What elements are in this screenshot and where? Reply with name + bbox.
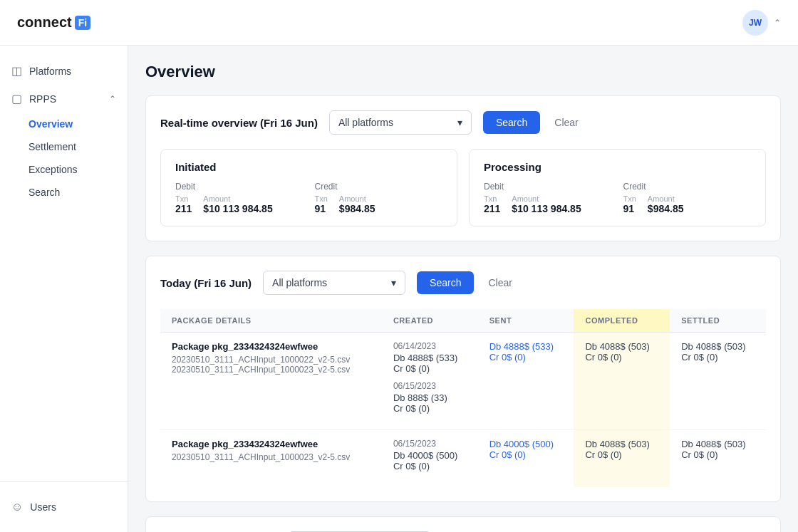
rpps-icon: ▢ bbox=[11, 92, 22, 105]
today-table: PACKAGE DETAILS CREATED SENT COMPLETED S… bbox=[160, 309, 766, 487]
realtime-search-button[interactable]: Search bbox=[483, 111, 540, 134]
processing-debit-txn: Txn 211 bbox=[484, 194, 500, 214]
sidebar-subitem-overview[interactable]: Overview bbox=[0, 113, 128, 135]
today-title: Today (Fri 16 Jun) bbox=[160, 277, 252, 289]
processing-card: Processing Debit Txn 211 Amount bbox=[469, 149, 766, 226]
initiated-debit-amount-value: $10 113 984.85 bbox=[203, 203, 272, 214]
row2-sent-cr[interactable]: Cr 0$ (0) bbox=[489, 449, 563, 460]
row2-pkg-name: Package pkg_2334324324ewfwee bbox=[172, 439, 370, 449]
initiated-debit-amount: Amount $10 113 984.85 bbox=[203, 194, 272, 214]
realtime-stats-grid: Initiated Debit Txn 211 Amount bbox=[160, 149, 766, 226]
rpps-subitems: Overview Settlement Exceptions Search bbox=[0, 113, 128, 204]
processing-debit: Debit Txn 211 Amount $10 113 984.85 bbox=[484, 182, 612, 214]
sidebar-bottom: ☺ Users bbox=[0, 481, 128, 521]
processing-credit-amount: Amount $984.85 bbox=[648, 194, 684, 214]
row2-created: 06/15/2023 Db 4000$ (500)Cr 0$ (0) bbox=[382, 430, 478, 488]
realtime-header: Real-time overview (Fri 16 Jun) All plat… bbox=[160, 110, 766, 135]
initiated-credit-txn-value: 91 bbox=[315, 203, 328, 214]
initiated-debit-sub: Txn 211 Amount $10 113 984.85 bbox=[175, 194, 304, 214]
initiated-debit-txn: Txn 211 bbox=[175, 194, 192, 214]
today-clear-button[interactable]: Clear bbox=[485, 271, 514, 294]
row2-settled-db: Db 4088$ (503) bbox=[681, 439, 755, 449]
row1-created-group2: 06/15/2023 Db 888$ (33)Cr 0$ (0) bbox=[393, 381, 467, 414]
row1-completed: Db 4088$ (503) Cr 0$ (0) bbox=[574, 333, 670, 430]
row2-settled-cr: Cr 0$ (0) bbox=[681, 449, 755, 460]
page-title: Overview bbox=[145, 63, 781, 81]
logo-text: connect bbox=[17, 14, 72, 31]
row1-completed-db: Db 4088$ (503) bbox=[585, 341, 658, 352]
realtime-clear-button[interactable]: Clear bbox=[551, 111, 581, 134]
processing-title: Processing bbox=[484, 161, 751, 173]
row1-pkg: Package pkg_2334324324ewfwee 20230510_31… bbox=[160, 333, 382, 430]
today-search-button[interactable]: Search bbox=[417, 271, 474, 294]
sidebar-item-label: Platforms bbox=[29, 66, 71, 77]
sidebar-item-platforms[interactable]: ◫ Platforms bbox=[0, 57, 128, 85]
col-header-sent: SENT bbox=[478, 309, 574, 333]
sidebar-subitem-search[interactable]: Search bbox=[0, 181, 128, 204]
sidebar-item-users[interactable]: ☺ Users bbox=[0, 494, 128, 521]
processing-row: Debit Txn 211 Amount $10 113 984.85 bbox=[484, 182, 751, 214]
sidebar-item-rpps[interactable]: ▢ RPPS ⌃ bbox=[0, 85, 128, 113]
initiated-credit-amount-value: $984.85 bbox=[339, 203, 375, 214]
processing-credit-amount-value: $984.85 bbox=[648, 203, 684, 214]
rpps-label: RPPS bbox=[29, 93, 56, 105]
row1-date2: 06/15/2023 bbox=[393, 381, 467, 391]
sidebar-subitem-exceptions[interactable]: Exceptions bbox=[0, 158, 128, 181]
row1-date1-vals: Db 4888$ (533)Cr 0$ (0) bbox=[393, 353, 467, 374]
realtime-dropdown-value: All platforms bbox=[338, 117, 393, 128]
logo-fi: Fi bbox=[75, 16, 90, 30]
row1-created: 06/14/2023 Db 4888$ (533)Cr 0$ (0) 06/15… bbox=[382, 333, 478, 430]
initiated-card: Initiated Debit Txn 211 Amount bbox=[160, 149, 457, 226]
realtime-section: Real-time overview (Fri 16 Jun) All plat… bbox=[145, 95, 781, 241]
processing-credit: Credit Txn 91 Amount $984.85 bbox=[623, 182, 752, 214]
processing-credit-sub: Txn 91 Amount $984.85 bbox=[623, 194, 752, 214]
row1-date2-vals: Db 888$ (33)Cr 0$ (0) bbox=[393, 392, 467, 414]
initiated-row: Debit Txn 211 Amount $10 113 984.85 bbox=[175, 182, 442, 214]
processing-credit-label: Credit bbox=[623, 182, 752, 192]
sidebar: ◫ Platforms ▢ RPPS ⌃ Overview Settlement… bbox=[0, 46, 128, 532]
row2-pkg-file1: 20230510_3111_ACHInput_1000023_v2-5.csv bbox=[172, 452, 370, 462]
today-header: Today (Fri 16 Jun) All platforms ▾ Searc… bbox=[160, 271, 766, 295]
today-section: Today (Fri 16 Jun) All platforms ▾ Searc… bbox=[145, 256, 781, 502]
col-header-settled: SETTLED bbox=[670, 309, 766, 333]
processing-debit-sub: Txn 211 Amount $10 113 984.85 bbox=[484, 194, 612, 214]
row2-completed-db: Db 4088$ (503) bbox=[585, 439, 658, 449]
platforms-icon: ◫ bbox=[11, 64, 22, 78]
row1-pkg-file1: 20230510_3111_ACHInput_1000022_v2-5.csv bbox=[172, 355, 370, 365]
initiated-debit-label: Debit bbox=[175, 182, 304, 192]
row2-completed: Db 4088$ (503) Cr 0$ (0) bbox=[574, 430, 670, 488]
realtime-dropdown-chevron: ▾ bbox=[457, 117, 462, 128]
initiated-credit-amount: Amount $984.85 bbox=[339, 194, 375, 214]
initiated-debit-txn-value: 211 bbox=[175, 203, 192, 214]
users-icon: ☺ bbox=[11, 501, 23, 513]
processing-debit-label: Debit bbox=[484, 182, 612, 192]
row1-pkg-name: Package pkg_2334324324ewfwee bbox=[172, 341, 370, 352]
row2-date1: 06/15/2023 bbox=[393, 439, 467, 449]
app-layout: ◫ Platforms ▢ RPPS ⌃ Overview Settlement… bbox=[0, 46, 798, 532]
yesterday-section: Yesterday (Thu 15 Jun) All platforms ▾ S… bbox=[145, 516, 781, 532]
initiated-credit-txn: Txn 91 bbox=[315, 194, 328, 214]
row1-sent-cr[interactable]: Cr 0$ (0) bbox=[489, 352, 563, 363]
sidebar-subitem-settlement[interactable]: Settlement bbox=[0, 135, 128, 158]
row1-completed-cr: Cr 0$ (0) bbox=[585, 352, 658, 363]
row2-pkg: Package pkg_2334324324ewfwee 20230510_31… bbox=[160, 430, 382, 488]
row2-sent-db[interactable]: Db 4000$ (500) bbox=[489, 439, 563, 449]
today-platform-dropdown[interactable]: All platforms ▾ bbox=[263, 271, 405, 295]
logo: connectFi bbox=[17, 14, 90, 31]
row1-sent-db[interactable]: Db 4888$ (533) bbox=[489, 341, 563, 352]
today-table-body: Package pkg_2334324324ewfwee 20230510_31… bbox=[160, 333, 766, 488]
header-right: JW ⌃ bbox=[742, 10, 781, 36]
row1-settled: Db 4088$ (503) Cr 0$ (0) bbox=[670, 333, 766, 430]
initiated-credit: Credit Txn 91 Amount $984.85 bbox=[315, 182, 443, 214]
row1-sent: Db 4888$ (533) Cr 0$ (0) bbox=[478, 333, 574, 430]
row1-pkg-file2: 20230510_3111_ACHInput_1000023_v2-5.csv bbox=[172, 365, 370, 375]
avatar[interactable]: JW bbox=[742, 10, 768, 36]
initiated-debit: Debit Txn 211 Amount $10 113 984.85 bbox=[175, 182, 304, 214]
row1-settled-db: Db 4088$ (503) bbox=[681, 341, 755, 352]
rpps-chevron-icon: ⌃ bbox=[109, 94, 116, 104]
user-menu-chevron[interactable]: ⌃ bbox=[774, 18, 781, 28]
processing-debit-txn-value: 211 bbox=[484, 203, 500, 214]
col-header-completed: COMPLETED bbox=[574, 309, 670, 333]
realtime-platform-dropdown[interactable]: All platforms ▾ bbox=[329, 110, 472, 135]
row2-date1-vals: Db 4000$ (500)Cr 0$ (0) bbox=[393, 450, 467, 471]
